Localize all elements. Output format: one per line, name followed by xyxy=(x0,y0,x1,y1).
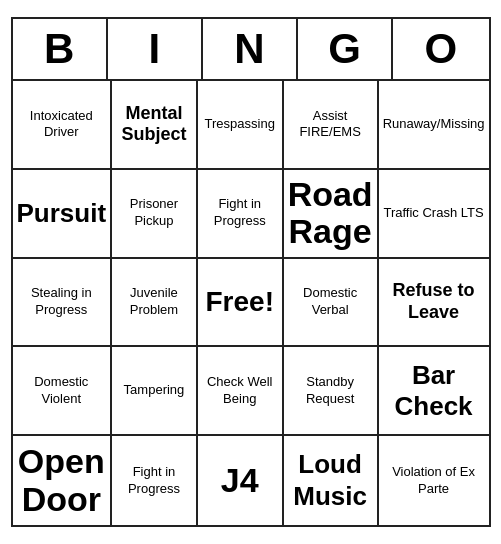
cell-text-7: Fight in Progress xyxy=(202,196,278,230)
bingo-cell-3: Assist FIRE/EMS xyxy=(284,81,379,170)
bingo-cell-22: J4 xyxy=(198,436,284,525)
header-letter-n: N xyxy=(203,19,298,79)
bingo-cell-13: Domestic Verbal xyxy=(284,259,379,348)
cell-text-15: Domestic Violent xyxy=(17,374,107,408)
bingo-cell-10: Stealing in Progress xyxy=(13,259,113,348)
cell-text-22: J4 xyxy=(221,462,259,499)
cell-text-9: Traffic Crash LTS xyxy=(383,205,483,222)
cell-text-17: Check Well Being xyxy=(202,374,278,408)
cell-text-20: Open Door xyxy=(17,443,107,518)
bingo-cell-21: Fight in Progress xyxy=(112,436,198,525)
cell-text-18: Standby Request xyxy=(288,374,373,408)
cell-text-13: Domestic Verbal xyxy=(288,285,373,319)
bingo-cell-11: Juvenile Problem xyxy=(112,259,198,348)
bingo-cell-14: Refuse to Leave xyxy=(379,259,489,348)
bingo-cell-16: Tampering xyxy=(112,347,198,436)
cell-text-19: Bar Check xyxy=(383,360,485,422)
cell-text-10: Stealing in Progress xyxy=(17,285,107,319)
bingo-cell-6: Prisoner Pickup xyxy=(112,170,198,259)
bingo-cell-5: Pursuit xyxy=(13,170,113,259)
cell-text-11: Juvenile Problem xyxy=(116,285,192,319)
cell-text-16: Tampering xyxy=(124,382,185,399)
cell-text-23: Loud Music xyxy=(288,449,373,511)
bingo-cell-9: Traffic Crash LTS xyxy=(379,170,489,259)
bingo-cell-19: Bar Check xyxy=(379,347,489,436)
cell-text-5: Pursuit xyxy=(17,198,107,229)
cell-text-8: Road Rage xyxy=(288,176,373,251)
bingo-cell-12: Free! xyxy=(198,259,284,348)
cell-text-14: Refuse to Leave xyxy=(383,280,485,323)
bingo-header: BINGO xyxy=(13,19,489,81)
cell-text-3: Assist FIRE/EMS xyxy=(288,108,373,142)
bingo-cell-18: Standby Request xyxy=(284,347,379,436)
cell-text-1: Mental Subject xyxy=(116,103,192,146)
bingo-cell-20: Open Door xyxy=(13,436,113,525)
bingo-card: BINGO Intoxicated DriverMental SubjectTr… xyxy=(11,17,491,527)
bingo-cell-2: Trespassing xyxy=(198,81,284,170)
bingo-cell-0: Intoxicated Driver xyxy=(13,81,113,170)
cell-text-6: Prisoner Pickup xyxy=(116,196,192,230)
bingo-grid: Intoxicated DriverMental SubjectTrespass… xyxy=(13,81,489,525)
bingo-cell-7: Fight in Progress xyxy=(198,170,284,259)
bingo-cell-8: Road Rage xyxy=(284,170,379,259)
cell-text-4: Runaway/Missing xyxy=(383,116,485,133)
bingo-cell-24: Violation of Ex Parte xyxy=(379,436,489,525)
bingo-cell-17: Check Well Being xyxy=(198,347,284,436)
cell-text-21: Fight in Progress xyxy=(116,464,192,498)
bingo-cell-15: Domestic Violent xyxy=(13,347,113,436)
bingo-cell-23: Loud Music xyxy=(284,436,379,525)
header-letter-o: O xyxy=(393,19,488,79)
cell-text-2: Trespassing xyxy=(205,116,275,133)
bingo-cell-1: Mental Subject xyxy=(112,81,198,170)
cell-text-12: Free! xyxy=(206,284,274,320)
header-letter-g: G xyxy=(298,19,393,79)
bingo-cell-4: Runaway/Missing xyxy=(379,81,489,170)
header-letter-b: B xyxy=(13,19,108,79)
cell-text-24: Violation of Ex Parte xyxy=(383,464,485,498)
cell-text-0: Intoxicated Driver xyxy=(17,108,107,142)
header-letter-i: I xyxy=(108,19,203,79)
